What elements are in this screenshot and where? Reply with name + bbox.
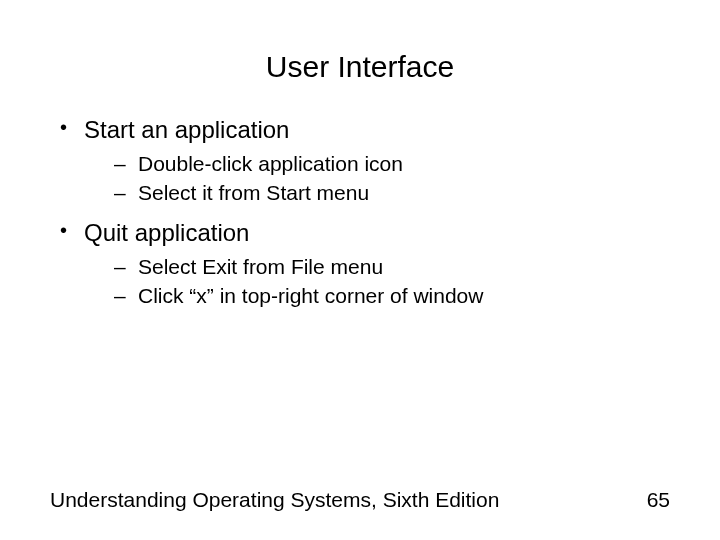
sub-list: Double-click application icon Select it …	[84, 150, 670, 207]
slide-title: User Interface	[50, 50, 670, 84]
sub-list: Select Exit from File menu Click “x” in …	[84, 253, 670, 310]
sub-bullet-text: Click “x” in top-right corner of window	[138, 284, 483, 307]
list-item: Quit application Select Exit from File m…	[50, 217, 670, 310]
slide: User Interface Start an application Doub…	[0, 0, 720, 540]
list-item: Click “x” in top-right corner of window	[84, 282, 670, 310]
page-number: 65	[647, 488, 670, 512]
bullet-list: Start an application Double-click applic…	[50, 114, 670, 310]
list-item: Start an application Double-click applic…	[50, 114, 670, 207]
bullet-text: Start an application	[84, 116, 289, 143]
footer: Understanding Operating Systems, Sixth E…	[50, 488, 670, 512]
sub-bullet-text: Select Exit from File menu	[138, 255, 383, 278]
bullet-text: Quit application	[84, 219, 249, 246]
sub-bullet-text: Select it from Start menu	[138, 181, 369, 204]
sub-bullet-text: Double-click application icon	[138, 152, 403, 175]
list-item: Select Exit from File menu	[84, 253, 670, 281]
list-item: Select it from Start menu	[84, 179, 670, 207]
footer-source: Understanding Operating Systems, Sixth E…	[50, 488, 499, 512]
list-item: Double-click application icon	[84, 150, 670, 178]
